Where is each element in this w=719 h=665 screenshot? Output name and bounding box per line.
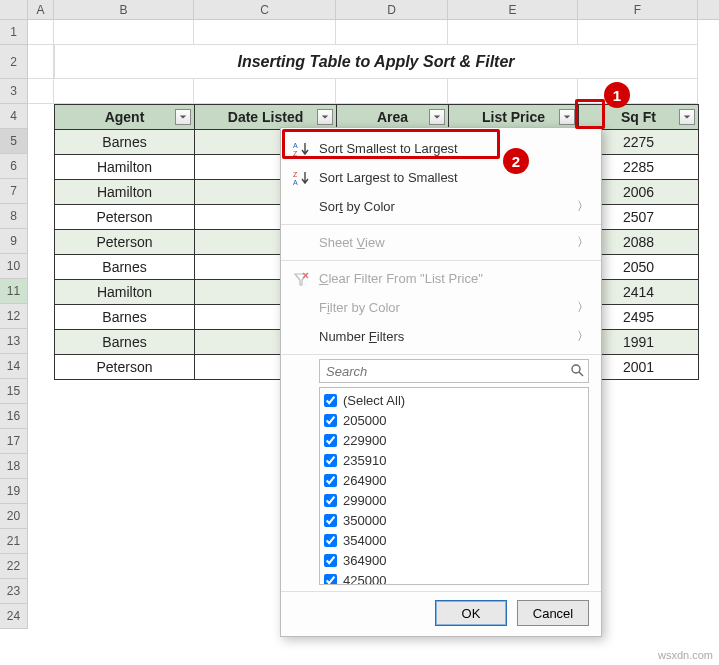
clear-filter-label: Clear Filter From "List Price" (319, 271, 589, 286)
clear-filter: Clear Filter From "List Price" (281, 264, 601, 293)
filter-value-option[interactable]: 205000 (324, 410, 584, 430)
filter-value-option[interactable]: 350000 (324, 510, 584, 530)
svg-point-4 (572, 365, 580, 373)
filter-button-agent[interactable] (175, 109, 191, 125)
row-11[interactable]: 11 (0, 279, 27, 304)
row-22[interactable]: 22 (0, 554, 27, 579)
col-D[interactable]: D (336, 0, 448, 19)
sort-by-color[interactable]: Sort by Color 〉 (281, 192, 601, 221)
header-list-price-label: List Price (482, 109, 545, 125)
filter-value-checkbox[interactable] (324, 474, 337, 487)
row-23[interactable]: 23 (0, 579, 27, 604)
filter-value-checkbox[interactable] (324, 514, 337, 527)
filter-button-list-price[interactable] (559, 109, 575, 125)
filter-button-sqft[interactable] (679, 109, 695, 125)
table-cell[interactable]: Barnes (55, 130, 195, 155)
filter-button-area[interactable] (429, 109, 445, 125)
filter-search[interactable] (319, 359, 589, 383)
header-agent[interactable]: Agent (55, 105, 195, 130)
row-headers: 1 2 3 4 5 6 7 8 9 10 11 12 13 14 15 16 1… (0, 20, 28, 629)
sort-descending[interactable]: ZA Sort Largest to Smallest (281, 163, 601, 192)
row-9[interactable]: 9 (0, 229, 27, 254)
cancel-button[interactable]: Cancel (517, 600, 589, 626)
row-18[interactable]: 18 (0, 454, 27, 479)
row-24[interactable]: 24 (0, 604, 27, 629)
row-20[interactable]: 20 (0, 504, 27, 529)
row-21[interactable]: 21 (0, 529, 27, 554)
row-8[interactable]: 8 (0, 204, 27, 229)
row-19[interactable]: 19 (0, 479, 27, 504)
ok-button[interactable]: OK (435, 600, 507, 626)
select-all-checkbox[interactable] (324, 394, 337, 407)
sort-ascending-label: Sort Smallest to Largest (319, 141, 589, 156)
filter-value-select-all[interactable]: (Select All) (324, 390, 584, 410)
number-filters[interactable]: Number Filters 〉 (281, 322, 601, 351)
col-B[interactable]: B (54, 0, 194, 19)
table-cell[interactable]: Hamilton (55, 280, 195, 305)
filter-value-option[interactable]: 425000 (324, 570, 584, 585)
filter-value-option[interactable]: 354000 (324, 530, 584, 550)
filter-value-checkbox[interactable] (324, 554, 337, 567)
header-sq-ft[interactable]: Sq Ft (579, 105, 699, 130)
filter-value-checkbox[interactable] (324, 434, 337, 447)
table-cell[interactable]: Hamilton (55, 155, 195, 180)
header-agent-label: Agent (105, 109, 145, 125)
row-14[interactable]: 14 (0, 354, 27, 379)
header-date-listed[interactable]: Date Listed (195, 105, 337, 130)
table-cell[interactable]: Peterson (55, 230, 195, 255)
row-7[interactable]: 7 (0, 179, 27, 204)
filter-value-option[interactable]: 264900 (324, 470, 584, 490)
filter-search-input[interactable] (320, 364, 566, 379)
col-F[interactable]: F (578, 0, 698, 19)
header-list-price[interactable]: List Price (449, 105, 579, 130)
filter-value-option[interactable]: 229900 (324, 430, 584, 450)
sheet-view-label: Sheet View (319, 235, 577, 250)
filter-value-checkbox[interactable] (324, 574, 337, 586)
sort-ascending[interactable]: AZ Sort Smallest to Largest (281, 134, 601, 163)
row-2[interactable]: 2 (0, 45, 27, 79)
filter-value-checkbox[interactable] (324, 494, 337, 507)
filter-values-list[interactable]: (Select All) 205000229900235910264900299… (319, 387, 589, 585)
table-cell[interactable]: Peterson (55, 355, 195, 380)
filter-value-checkbox[interactable] (324, 414, 337, 427)
row-16[interactable]: 16 (0, 404, 27, 429)
search-icon (566, 363, 588, 380)
row-6[interactable]: 6 (0, 154, 27, 179)
row-1[interactable]: 1 (0, 20, 27, 45)
filter-button-date[interactable] (317, 109, 333, 125)
chevron-right-icon: 〉 (577, 328, 589, 345)
col-A[interactable]: A (28, 0, 54, 19)
column-headers: A B C D E F (0, 0, 719, 20)
row-17[interactable]: 17 (0, 429, 27, 454)
row-10[interactable]: 10 (0, 254, 27, 279)
row-3[interactable]: 3 (0, 79, 27, 104)
sort-asc-icon: AZ (293, 141, 319, 157)
filter-value-checkbox[interactable] (324, 454, 337, 467)
header-sq-ft-label: Sq Ft (621, 109, 656, 125)
filter-by-color: Filter by Color 〉 (281, 293, 601, 322)
sheet-view: Sheet View 〉 (281, 228, 601, 257)
row-13[interactable]: 13 (0, 329, 27, 354)
table-cell[interactable]: Barnes (55, 305, 195, 330)
col-C[interactable]: C (194, 0, 336, 19)
header-area[interactable]: Area (337, 105, 449, 130)
svg-text:Z: Z (293, 150, 298, 157)
table-cell[interactable]: Hamilton (55, 180, 195, 205)
watermark: wsxdn.com (658, 649, 713, 661)
filter-value-option[interactable]: 299000 (324, 490, 584, 510)
row-5[interactable]: 5 (0, 129, 27, 154)
chevron-right-icon: 〉 (577, 234, 589, 251)
row-4[interactable]: 4 (0, 104, 27, 129)
chevron-right-icon: 〉 (577, 198, 589, 215)
table-cell[interactable]: Barnes (55, 330, 195, 355)
table-cell[interactable]: Peterson (55, 205, 195, 230)
filter-value-checkbox[interactable] (324, 534, 337, 547)
row-15[interactable]: 15 (0, 379, 27, 404)
sort-descending-label: Sort Largest to Smallest (319, 170, 589, 185)
row-12[interactable]: 12 (0, 304, 27, 329)
col-E[interactable]: E (448, 0, 578, 19)
number-filters-label: Number Filters (319, 329, 577, 344)
filter-value-option[interactable]: 235910 (324, 450, 584, 470)
table-cell[interactable]: Barnes (55, 255, 195, 280)
filter-value-option[interactable]: 364900 (324, 550, 584, 570)
